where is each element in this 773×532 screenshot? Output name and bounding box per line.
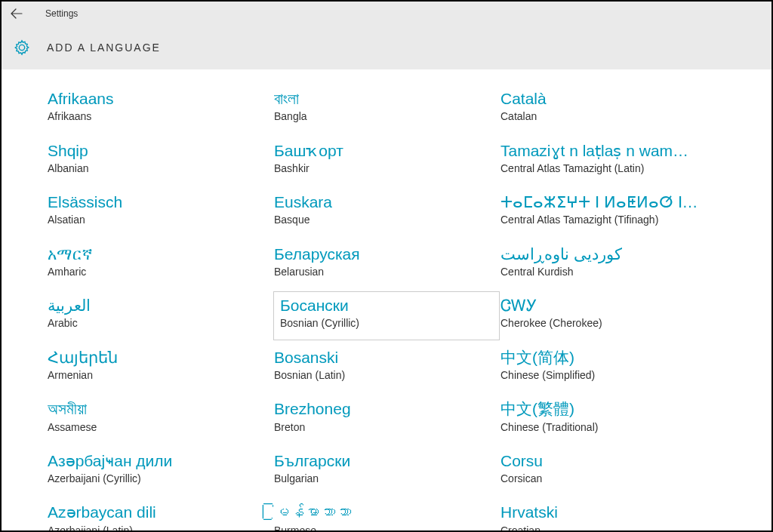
language-english-name: Central Atlas Tamazight (Tifinagh)	[500, 213, 718, 226]
language-item[interactable]: Corsu Corsican	[500, 447, 726, 496]
language-native-name: کوردیی ناوەڕاست	[500, 244, 701, 265]
language-english-name: Amharic	[48, 265, 265, 278]
language-native-name: Hrvatski	[500, 502, 701, 523]
language-item[interactable]: العربية Arabic	[47, 291, 273, 340]
language-item[interactable]: Азәрбајҹан дили Azerbaijani (Cyrillic)	[47, 447, 273, 496]
language-english-name: Chinese (Traditional)	[500, 420, 718, 434]
back-arrow-icon	[11, 8, 23, 20]
language-native-name: Brezhoneg	[274, 398, 491, 420]
language-item[interactable]: Elsässisch Alsatian	[47, 188, 273, 237]
language-column-2: বাংলা Bangla Башҡорт Bashkir Euskara Bas…	[273, 85, 500, 532]
language-english-name: Croatian	[500, 524, 718, 532]
language-native-name: Հայերեն	[48, 347, 265, 368]
language-item[interactable]: کوردیی ناوەڕاست Central Kurdish	[500, 240, 726, 289]
language-grid: Afrikaans Afrikaans Shqip Albanian Elsäs…	[2, 69, 771, 532]
language-native-name: Bosanski	[274, 347, 491, 368]
language-column-1: Afrikaans Afrikaans Shqip Albanian Elsäs…	[47, 85, 273, 532]
language-item[interactable]: Brezhoneg Breton	[273, 395, 500, 444]
language-native-name: Shqip	[48, 140, 265, 161]
language-native-name: Català	[500, 88, 701, 109]
language-english-name: Basque	[274, 213, 491, 226]
language-english-name: Azerbaijani (Cyrillic)	[48, 472, 265, 485]
language-english-name: Assamese	[48, 420, 265, 434]
titlebar: Settings	[2, 2, 771, 26]
language-column-3: Català Catalan Tamaziɣt n laṭlaṣ n wamm……	[500, 85, 726, 532]
language-item[interactable]: Беларуская Belarusian	[273, 240, 500, 289]
language-english-name: Catalan	[500, 109, 718, 123]
language-native-name: Босански	[280, 295, 491, 316]
language-native-name: Corsu	[500, 451, 701, 472]
language-english-name: Central Kurdish	[500, 265, 718, 278]
language-item[interactable]: ⵜⴰⵎⴰⵣⵉⵖⵜ ⵏ ⵍⴰⵟⵍⴰⵚ ⵏ ⵡⴰⵎⵎⴰⵙ Central Atlas…	[500, 188, 726, 237]
language-item[interactable]: Shqip Albanian	[47, 137, 273, 186]
language-native-name: Euskara	[274, 192, 491, 213]
language-english-name: Bulgarian	[274, 472, 491, 485]
language-english-name: Bashkir	[274, 161, 491, 175]
language-native-name: ᏣᎳᎩ	[500, 295, 701, 316]
language-native-name: অসমীয়া	[48, 398, 265, 420]
language-item[interactable]: Հայերեն Armenian	[47, 343, 273, 392]
page-title: ADD A LANGUAGE	[47, 42, 161, 54]
language-item[interactable]: Tamaziɣt n laṭlaṣ n wamm… Central Atlas …	[500, 137, 726, 186]
language-native-name: Български	[274, 451, 491, 472]
language-english-name: Afrikaans	[48, 109, 265, 123]
language-english-name: Corsican	[500, 472, 718, 485]
language-item[interactable]: Euskara Basque	[273, 188, 500, 237]
language-native-name: 中文(繁體)	[500, 398, 701, 420]
language-english-name: Azerbaijani (Latin)	[48, 524, 265, 532]
language-item[interactable]: Català Catalan	[500, 85, 726, 134]
language-item[interactable]: Hrvatski Croatian	[500, 498, 726, 532]
language-english-name: Breton	[274, 420, 491, 434]
language-item[interactable]: Azərbaycan dili Azerbaijani (Latin)	[47, 498, 273, 532]
settings-gear-icon	[14, 39, 30, 56]
language-english-name: Chinese (Simplified)	[500, 368, 718, 382]
language-english-name: Cherokee (Cherokee)	[500, 316, 718, 330]
language-item[interactable]: አማርኛ Amharic	[47, 240, 273, 289]
language-native-name: ⵜⴰⵎⴰⵣⵉⵖⵜ ⵏ ⵍⴰⵟⵍⴰⵚ ⵏ ⵡⴰⵎⵎⴰⵙ	[500, 192, 701, 213]
language-english-name: Bosnian (Cyrillic)	[280, 316, 491, 330]
header: ADD A LANGUAGE	[2, 26, 771, 69]
language-english-name: Belarusian	[274, 265, 491, 278]
language-item[interactable]: Bosanski Bosnian (Latin)	[273, 343, 500, 392]
language-native-name: Elsässisch	[48, 192, 265, 213]
language-english-name: Albanian	[48, 161, 265, 175]
language-english-name: Bosnian (Latin)	[274, 368, 491, 382]
back-button[interactable]	[8, 5, 26, 23]
language-item[interactable]: ᏣᎳᎩ Cherokee (Cherokee)	[500, 291, 726, 340]
language-item[interactable]: မြန်မာဘာသာ Burmese	[273, 498, 500, 532]
language-english-name: Alsatian	[48, 213, 265, 226]
language-english-name: Central Atlas Tamazight (Latin)	[500, 161, 718, 175]
language-native-name: বাংলা	[274, 88, 491, 109]
language-item[interactable]: 中文(繁體) Chinese (Traditional)	[500, 395, 726, 444]
language-item[interactable]: Башҡорт Bashkir	[273, 137, 500, 186]
language-native-name: Tamaziɣt n laṭlaṣ n wamm…	[500, 140, 701, 161]
language-native-name: Afrikaans	[48, 88, 265, 109]
language-native-name: Беларуская	[274, 244, 491, 265]
language-native-name: Башҡорт	[274, 140, 491, 161]
window-title: Settings	[45, 8, 78, 19]
language-native-name: Азәрбајҹан дили	[48, 451, 265, 472]
language-native-name: Azərbaycan dili	[48, 502, 265, 523]
language-native-name: العربية	[48, 295, 265, 316]
language-native-name: 中文(简体)	[500, 347, 701, 368]
language-item[interactable]: অসমীয়া Assamese	[47, 395, 273, 444]
language-english-name: Armenian	[48, 368, 265, 382]
language-item[interactable]: Български Bulgarian	[273, 447, 500, 496]
language-english-name: Bangla	[274, 109, 491, 123]
language-item[interactable]: Afrikaans Afrikaans	[47, 85, 273, 134]
language-item-selected[interactable]: Босански Bosnian (Cyrillic)	[273, 291, 500, 340]
language-item[interactable]: 中文(简体) Chinese (Simplified)	[500, 343, 726, 392]
language-native-name: မြန်မာဘာသာ	[274, 502, 491, 523]
language-english-name: Arabic	[48, 316, 265, 330]
language-native-name: አማርኛ	[48, 244, 265, 265]
language-item[interactable]: বাংলা Bangla	[273, 85, 500, 134]
language-english-name: Burmese	[274, 524, 491, 532]
